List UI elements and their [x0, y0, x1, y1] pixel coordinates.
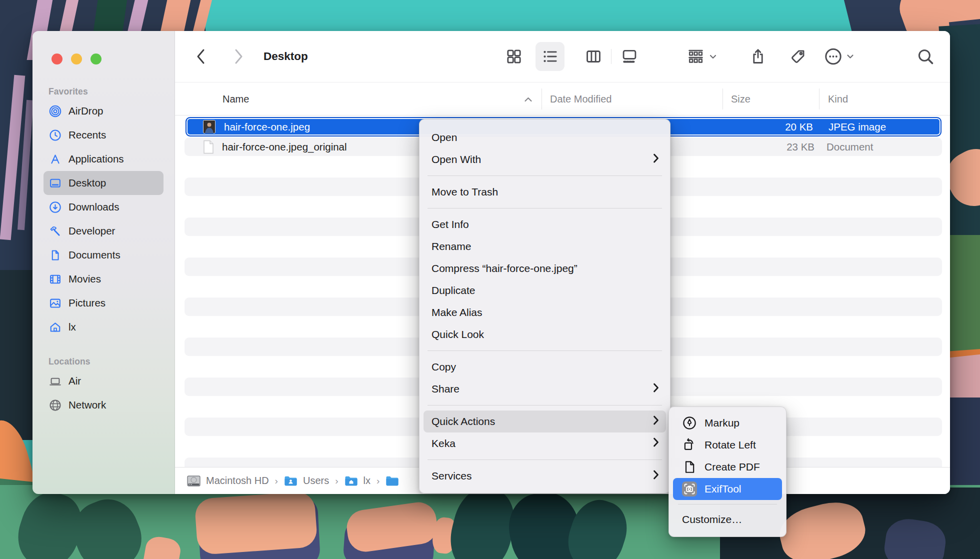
sidebar-item-network[interactable]: Network: [44, 393, 164, 417]
folder-icon: [386, 476, 399, 486]
sidebar-item-label: AirDrop: [68, 105, 104, 117]
submenu-chevron-icon: [653, 470, 659, 482]
minimize-button[interactable]: [71, 54, 82, 64]
column-header-name[interactable]: Name: [222, 93, 249, 104]
share-button[interactable]: [750, 47, 766, 66]
submenu-chevron-icon: [653, 438, 659, 450]
list-view-icon: [542, 48, 558, 65]
submenu-item-rotate-left[interactable]: Rotate Left: [673, 434, 782, 456]
sidebar-section-label: Favorites: [32, 84, 174, 99]
toolbar-divider: [611, 49, 612, 64]
path-item-label: lx: [364, 475, 370, 486]
sidebar-item-movies[interactable]: Movies: [44, 267, 164, 291]
column-divider[interactable]: [542, 88, 542, 110]
submenu-item-markup[interactable]: Markup: [673, 412, 782, 434]
jpeg-thumbnail-icon: [203, 120, 216, 134]
menu-item-quick-actions[interactable]: Quick Actions: [424, 410, 666, 432]
pictures-icon: [49, 297, 62, 310]
menu-item-label: Share: [432, 383, 460, 395]
menu-item-open[interactable]: Open: [424, 126, 666, 148]
search-button[interactable]: [916, 48, 934, 66]
menu-item-label: Rename: [432, 240, 471, 252]
back-button[interactable]: [196, 48, 206, 65]
menu-item-quick-look[interactable]: Quick Look: [424, 324, 666, 346]
menu-item-label: Open: [432, 132, 457, 144]
sidebar-item-applications[interactable]: Applications: [44, 147, 164, 171]
column-header-kind[interactable]: Kind: [828, 93, 848, 104]
menu-item-share[interactable]: Share: [424, 378, 666, 400]
sidebar-item-lx[interactable]: lx: [44, 315, 164, 339]
sidebar-item-downloads[interactable]: Downloads: [44, 195, 164, 219]
menu-separator: [428, 208, 662, 208]
sidebar-item-air[interactable]: Air: [44, 369, 164, 393]
list-view-button[interactable]: [542, 48, 558, 65]
sidebar-section-label: Locations: [32, 354, 174, 369]
menu-item-label: Compress “hair-force-one.jpeg”: [432, 262, 578, 274]
path-item-macintosh-hd[interactable]: Macintosh HD: [187, 475, 269, 487]
path-item-folder[interactable]: [386, 476, 399, 486]
forward-button[interactable]: [233, 48, 244, 65]
markup-icon: [682, 416, 697, 430]
more-button[interactable]: [824, 48, 854, 66]
path-item-users[interactable]: Users: [284, 475, 329, 486]
file-name: hair-force-one.jpeg_original: [222, 141, 347, 153]
menu-item-duplicate[interactable]: Duplicate: [424, 280, 666, 302]
sidebar-item-label: Recents: [68, 129, 106, 141]
menu-item-compress-hair-force-one-jpeg[interactable]: Compress “hair-force-one.jpeg”: [424, 258, 666, 280]
tag-button[interactable]: [790, 48, 806, 65]
file-size: 20 KB: [785, 121, 813, 133]
submenu-item-create-pdf[interactable]: Create PDF: [673, 456, 782, 478]
sidebar-item-pictures[interactable]: Pictures: [44, 291, 164, 315]
menu-item-rename[interactable]: Rename: [424, 236, 666, 258]
sidebar-item-airdrop[interactable]: AirDrop: [44, 99, 164, 123]
document-icon: [49, 249, 62, 262]
menu-item-services[interactable]: Services: [424, 465, 666, 487]
menu-item-label: Quick Look: [432, 328, 484, 340]
sidebar-item-label: Movies: [68, 273, 101, 285]
share-icon: [750, 47, 766, 66]
path-item-label: Users: [303, 475, 329, 486]
file-name: hair-force-one.jpeg: [224, 121, 310, 133]
menu-separator: [428, 405, 662, 406]
window-title: Desktop: [264, 50, 308, 63]
group-icon: [686, 48, 705, 66]
zoom-button[interactable]: [90, 54, 102, 64]
desktop-icon: [49, 177, 62, 190]
column-divider[interactable]: [819, 88, 820, 110]
downloads-icon: [49, 201, 62, 214]
sidebar-item-developer[interactable]: Developer: [44, 219, 164, 243]
submenu-item-label: Markup: [704, 417, 740, 429]
column-header-date-modified[interactable]: Date Modified: [550, 93, 612, 104]
submenu-item-label: Customize…: [682, 514, 742, 526]
menu-item-move-to-trash[interactable]: Move to Trash: [424, 181, 666, 203]
create-pdf-icon: [682, 460, 697, 474]
menu-item-label: Services: [432, 470, 472, 482]
gallery-view-button[interactable]: [620, 48, 638, 65]
folder-home-icon: [344, 476, 358, 486]
column-divider[interactable]: [722, 88, 723, 110]
menu-item-copy[interactable]: Copy: [424, 356, 666, 378]
sidebar-item-documents[interactable]: Documents: [44, 243, 164, 267]
submenu-item-exiftool[interactable]: ExifTool: [673, 478, 782, 500]
applications-icon: [49, 153, 62, 166]
close-button[interactable]: [52, 54, 62, 64]
search-icon: [916, 48, 934, 66]
menu-item-open-with[interactable]: Open With: [424, 148, 666, 170]
film-icon: [49, 273, 62, 286]
sidebar-item-desktop[interactable]: Desktop: [44, 171, 164, 195]
chevron-down-icon: [710, 54, 716, 59]
menu-separator: [428, 460, 662, 460]
icon-view-button[interactable]: [506, 48, 522, 65]
group-button[interactable]: [686, 48, 716, 66]
column-header-size[interactable]: Size: [731, 93, 750, 104]
submenu-item-label: ExifTool: [704, 483, 742, 495]
path-item-lx[interactable]: lx: [344, 475, 370, 486]
menu-item-get-info[interactable]: Get Info: [424, 214, 666, 236]
sidebar-item-recents[interactable]: Recents: [44, 123, 164, 147]
sidebar: FavoritesAirDropRecentsApplicationsDeskt…: [32, 31, 175, 494]
menu-item-make-alias[interactable]: Make Alias: [424, 302, 666, 324]
sidebar-item-label: Documents: [68, 249, 120, 261]
submenu-item-customize[interactable]: Customize…: [673, 508, 782, 530]
menu-item-keka[interactable]: Keka: [424, 432, 666, 454]
column-view-button[interactable]: [585, 48, 602, 65]
